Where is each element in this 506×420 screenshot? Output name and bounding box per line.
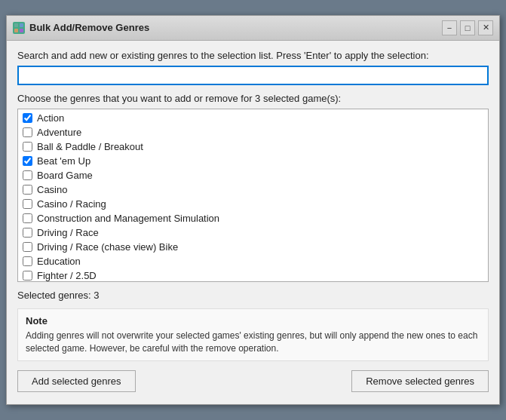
genre-label: Adventure <box>37 127 81 138</box>
maximize-button[interactable]: □ <box>460 20 475 35</box>
title-bar: Bulk Add/Remove Genres − □ ✕ <box>7 16 499 41</box>
minimize-button[interactable]: − <box>442 20 457 35</box>
list-item[interactable]: Driving / Race <box>21 225 485 240</box>
search-label: Search and add new or existing genres to… <box>17 50 489 61</box>
list-item[interactable]: Ball & Paddle / Breakout <box>21 139 485 154</box>
list-item[interactable]: Action <box>21 111 485 125</box>
genre-label: Fighter / 2.5D <box>37 270 97 281</box>
list-item[interactable]: Adventure <box>21 125 485 139</box>
genre-label: Board Game <box>37 170 93 181</box>
main-window: Bulk Add/Remove Genres − □ ✕ Search and … <box>6 15 500 406</box>
close-button[interactable]: ✕ <box>478 20 493 35</box>
genre-checkbox[interactable] <box>23 256 32 266</box>
genres-list: ActionAdventureBall & Paddle / BreakoutB… <box>18 109 488 282</box>
window-icon <box>13 22 25 34</box>
list-item[interactable]: Construction and Management Simulation <box>21 211 485 225</box>
note-text: Adding genres will not overwrite your se… <box>26 330 480 355</box>
list-item[interactable]: Casino <box>21 182 485 197</box>
search-input[interactable] <box>17 66 489 85</box>
note-title: Note <box>26 315 480 326</box>
list-item[interactable]: Driving / Race (chase view) Bike <box>21 240 485 254</box>
list-item[interactable]: Beat 'em Up <box>21 154 485 168</box>
genre-checkbox[interactable] <box>23 170 32 180</box>
genres-label: Choose the genres that you want to add o… <box>17 93 489 104</box>
button-row: Add selected genres Remove selected genr… <box>17 370 489 395</box>
list-item[interactable]: Education <box>21 254 485 268</box>
genre-checkbox[interactable] <box>23 213 32 223</box>
svg-rect-0 <box>14 23 18 27</box>
genre-checkbox[interactable] <box>23 142 32 152</box>
genre-label: Casino / Racing <box>37 198 106 210</box>
genre-checkbox[interactable] <box>23 199 32 209</box>
genre-checkbox[interactable] <box>23 242 32 252</box>
svg-rect-1 <box>20 23 23 27</box>
selected-count: Selected genres: 3 <box>17 288 489 302</box>
list-item[interactable]: Casino / Racing <box>21 197 485 211</box>
window-title: Bulk Add/Remove Genres <box>29 22 442 33</box>
genre-label: Beat 'em Up <box>37 155 90 167</box>
genre-checkbox[interactable] <box>23 271 32 281</box>
genre-label: Education <box>37 256 81 267</box>
window-controls: − □ ✕ <box>442 20 493 35</box>
genre-checkbox[interactable] <box>23 156 32 166</box>
list-item[interactable]: Board Game <box>21 168 485 182</box>
note-box: Note Adding genres will not overwrite yo… <box>17 308 489 362</box>
genre-label: Driving / Race (chase view) Bike <box>37 241 178 253</box>
remove-selected-button[interactable]: Remove selected genres <box>351 370 489 392</box>
genre-checkbox[interactable] <box>23 113 32 123</box>
genre-label: Driving / Race <box>37 227 99 238</box>
add-selected-button[interactable]: Add selected genres <box>17 370 136 392</box>
genre-checkbox[interactable] <box>23 228 32 238</box>
genres-list-container[interactable]: ActionAdventureBall & Paddle / BreakoutB… <box>17 109 489 282</box>
dialog-content: Search and add new or existing genres to… <box>7 41 499 405</box>
genre-label: Ball & Paddle / Breakout <box>37 141 143 152</box>
genre-label: Casino <box>37 184 67 195</box>
genre-checkbox[interactable] <box>23 127 32 137</box>
svg-rect-2 <box>14 29 18 32</box>
genre-checkbox[interactable] <box>23 185 32 195</box>
list-item[interactable]: Fighter / 2.5D <box>21 268 485 282</box>
genre-label: Construction and Management Simulation <box>37 213 219 224</box>
svg-rect-3 <box>20 29 23 32</box>
genre-label: Action <box>37 112 64 124</box>
